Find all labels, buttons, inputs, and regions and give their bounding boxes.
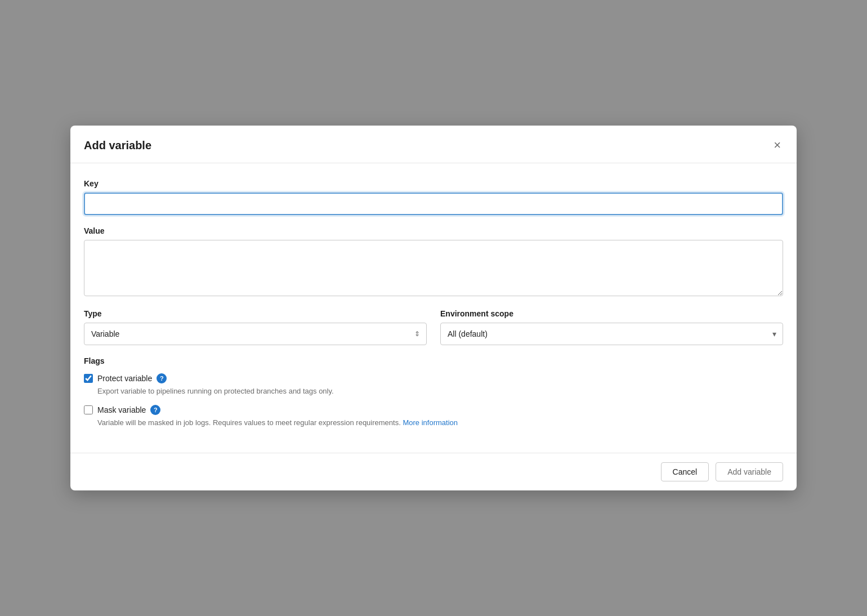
protect-variable-description: Export variable to pipelines running on … [97,386,783,397]
type-col: Type Variable File [84,309,427,345]
value-textarea[interactable] [84,240,783,296]
modal-footer: Cancel Add variable [70,453,797,490]
env-scope-col: Environment scope All (default) producti… [440,309,783,345]
protect-variable-row: Protect variable ? [84,373,783,383]
type-select-wrapper: Variable File [84,323,427,345]
value-label: Value [84,226,783,235]
protect-variable-label: Protect variable [97,374,152,383]
type-env-row: Type Variable File Environment scope [84,309,783,345]
env-select-wrapper: All (default) production staging develop… [440,323,783,345]
add-variable-modal: Add variable × Key Value Type [70,126,797,490]
type-select[interactable]: Variable File [84,323,427,345]
modal-body-wrapper: Key Value Type Variable File [70,163,797,453]
add-variable-button[interactable]: Add variable [716,462,783,481]
modal-body: Key Value Type Variable File [70,163,797,453]
env-scope-label: Environment scope [440,309,783,318]
mask-variable-description-text: Variable will be masked in job logs. Req… [97,418,401,427]
mask-variable-label: Mask variable [97,405,146,414]
mask-variable-description: Variable will be masked in job logs. Req… [97,417,783,428]
modal-title: Add variable [84,139,151,152]
close-button[interactable]: × [771,137,783,154]
more-information-link[interactable]: More information [403,418,458,427]
mask-variable-row: Mask variable ? [84,405,783,415]
protect-variable-checkbox[interactable] [84,374,93,383]
mask-variable-help-icon[interactable]: ? [150,405,160,415]
key-input[interactable] [84,193,783,215]
key-form-group: Key [84,179,783,215]
protect-variable-item: Protect variable ? Export variable to pi… [84,373,783,397]
flags-title: Flags [84,356,783,365]
modal-overlay: Add variable × Key Value Type [0,0,867,616]
protect-variable-help-icon[interactable]: ? [157,373,167,383]
env-scope-select[interactable]: All (default) production staging develop… [440,323,783,345]
cancel-button[interactable]: Cancel [661,462,709,481]
mask-variable-item: Mask variable ? Variable will be masked … [84,405,783,428]
flags-section: Flags Protect variable ? Export variable… [84,356,783,428]
mask-variable-checkbox[interactable] [84,405,93,414]
value-form-group: Value [84,226,783,298]
modal-header: Add variable × [70,126,797,163]
key-label: Key [84,179,783,188]
type-label: Type [84,309,427,318]
